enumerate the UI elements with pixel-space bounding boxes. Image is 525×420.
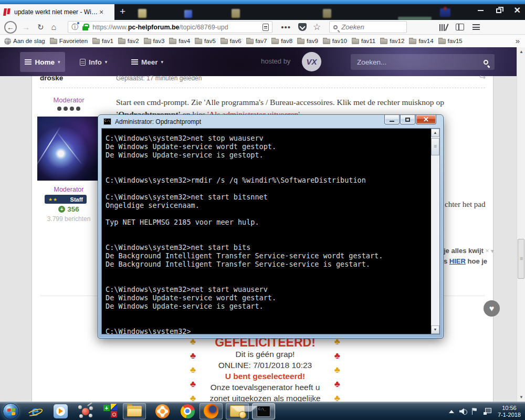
minimize-icon[interactable] bbox=[478, 10, 484, 11]
new-tab-button[interactable]: + bbox=[120, 6, 125, 17]
bookmark-fav14[interactable]: fav14 bbox=[409, 38, 433, 44]
bookmark-fav6[interactable]: fav6 bbox=[220, 38, 242, 44]
author-avatar[interactable] bbox=[37, 117, 99, 181]
scrollbar-thumb[interactable] bbox=[518, 239, 524, 279]
chevron-down-icon: ▾ bbox=[161, 59, 164, 65]
bookmark-favorieten[interactable]: Favorieten bbox=[50, 38, 88, 44]
library-icon[interactable] bbox=[439, 24, 447, 31]
search-box[interactable]: Zoeken bbox=[329, 21, 407, 33]
search-icon[interactable] bbox=[484, 60, 488, 65]
taskbar-ie-icon[interactable]: e bbox=[26, 403, 44, 419]
author-role: Moderator bbox=[40, 186, 98, 193]
folder-icon bbox=[144, 39, 151, 44]
scrollbar-thumb[interactable] bbox=[431, 138, 439, 155]
cmd-console[interactable]: C:\Windows\system32>net stop wuauserv De… bbox=[101, 128, 440, 334]
console-scrollbar[interactable]: ▲ ▼ bbox=[431, 129, 439, 334]
bookmark-label: fav1 bbox=[102, 38, 113, 44]
bookmark-label: fav3 bbox=[153, 38, 165, 44]
desktop-shortcut-icon bbox=[440, 8, 450, 17]
close-button[interactable]: ✕ bbox=[416, 114, 436, 124]
chevron-down-icon: ▾ bbox=[105, 59, 108, 65]
nav-info-button[interactable]: Info ▾ bbox=[80, 52, 107, 72]
close-icon[interactable]: ✕ bbox=[514, 6, 521, 15]
tray-expand-icon[interactable] bbox=[449, 410, 454, 413]
taskbar-molecule-app-icon[interactable] bbox=[77, 403, 94, 419]
taskbar-squares-app-icon[interactable]: + bbox=[102, 403, 120, 419]
folder-icon bbox=[127, 406, 142, 416]
taskbar-chrome-icon[interactable] bbox=[178, 403, 196, 419]
globe-icon bbox=[4, 38, 11, 45]
bookmark-fav15[interactable]: fav15 bbox=[438, 38, 463, 44]
minimize-button[interactable] bbox=[384, 114, 400, 124]
bookmark-fav11[interactable]: fav11 bbox=[352, 38, 375, 44]
maximize-button[interactable] bbox=[400, 114, 415, 124]
cmd-icon bbox=[257, 406, 270, 417]
sidebar-icon[interactable] bbox=[456, 24, 464, 30]
taskbar-cmd-button[interactable] bbox=[252, 403, 275, 419]
scroll-up-icon[interactable]: ▲ bbox=[517, 49, 525, 54]
pocket-icon[interactable] bbox=[298, 23, 307, 31]
folder-icon bbox=[169, 39, 176, 44]
reload-button[interactable]: ↻ bbox=[37, 23, 44, 31]
nav-meer-button[interactable]: Meer ▾ bbox=[131, 52, 163, 72]
bookmark-fav3[interactable]: fav3 bbox=[144, 38, 165, 44]
bookmark-fav1[interactable]: fav1 bbox=[92, 38, 113, 44]
clock-date: 7-1-2018 bbox=[498, 412, 521, 418]
home-button[interactable]: ⌂ bbox=[51, 23, 57, 32]
hamburger-menu-icon[interactable] bbox=[472, 24, 480, 30]
vx-logo[interactable]: VX bbox=[302, 52, 321, 71]
bookmark-fav5[interactable]: fav5 bbox=[195, 38, 216, 44]
cmd-icon bbox=[103, 118, 111, 125]
bookmark-label: fav10 bbox=[332, 38, 347, 44]
page-actions-icon[interactable]: ••• bbox=[281, 23, 291, 32]
forum-header: Home ▾ Info ▾ Meer ▾ hosted by VX Zoeken… bbox=[0, 47, 525, 76]
bookmark-fav9[interactable]: fav9 bbox=[297, 38, 318, 44]
taskbar-outlook-button[interactable] bbox=[226, 403, 249, 419]
url-bar[interactable]: ⓘ https://www.pc-helpforum.be/topic/6876… bbox=[68, 21, 272, 33]
start-button[interactable] bbox=[3, 403, 19, 419]
taskbar-clock[interactable]: 10:56 7-1-2018 bbox=[498, 405, 521, 418]
taskbar-mediaplayer-icon[interactable] bbox=[51, 403, 69, 419]
scroll-down-icon[interactable]: ▼ bbox=[517, 395, 525, 400]
back-button[interactable]: ← bbox=[4, 21, 17, 34]
folder-icon bbox=[92, 39, 100, 44]
post-author[interactable]: droske bbox=[40, 74, 63, 82]
volume-icon[interactable] bbox=[459, 408, 467, 415]
tab-close-icon[interactable]: × bbox=[99, 8, 103, 16]
forum-search-box[interactable]: Zoeken... bbox=[351, 54, 495, 70]
hier-link[interactable]: HIER bbox=[449, 257, 466, 265]
bookmark-fav10[interactable]: fav10 bbox=[323, 38, 347, 44]
action-center-flag-icon[interactable] bbox=[472, 408, 478, 415]
page-scrollbar[interactable]: ▲ ▼ bbox=[517, 47, 525, 402]
share-icon[interactable]: ↪ bbox=[479, 73, 486, 81]
bookmark-label: fav4 bbox=[178, 38, 190, 44]
desktop-folder-icon bbox=[138, 9, 146, 18]
taskbar-explorer-button[interactable] bbox=[123, 403, 146, 419]
nav-home-button[interactable]: Home ▾ bbox=[20, 52, 65, 72]
forward-button[interactable]: → bbox=[22, 23, 30, 31]
page-info-icon[interactable]: ⓘ bbox=[71, 23, 78, 32]
folder-icon bbox=[323, 39, 330, 44]
bookmark-fav12[interactable]: fav12 bbox=[380, 38, 404, 44]
cmd-window[interactable]: Administrator: Opdrachtprompt ✕ C:\Windo… bbox=[98, 114, 444, 339]
nav-info-label: Info bbox=[89, 58, 102, 66]
bookmarks-overflow-icon[interactable]: » bbox=[516, 35, 520, 47]
like-heart-button[interactable]: ♥ bbox=[484, 300, 500, 317]
bookmark-fav4[interactable]: fav4 bbox=[169, 38, 190, 44]
network-icon[interactable] bbox=[484, 408, 491, 415]
bookmark-star-icon[interactable]: ☆ bbox=[313, 22, 321, 33]
scroll-up-icon[interactable]: ▲ bbox=[431, 129, 439, 137]
dismiss-icons[interactable]: × ▾ bbox=[486, 247, 494, 255]
taskbar-firefox-button[interactable] bbox=[200, 403, 223, 419]
taskbar-gear-app-icon[interactable] bbox=[153, 403, 171, 419]
scroll-down-icon[interactable]: ▼ bbox=[431, 326, 439, 334]
bookmark-aan-de-slag[interactable]: Aan de slag bbox=[4, 38, 45, 45]
bookmark-fav2[interactable]: fav2 bbox=[118, 38, 139, 44]
reader-mode-icon[interactable] bbox=[262, 24, 269, 31]
restore-icon[interactable] bbox=[496, 8, 501, 13]
folder-icon bbox=[409, 39, 416, 44]
cmd-title-bar[interactable]: Administrator: Opdrachtprompt ✕ bbox=[98, 115, 443, 128]
bookmark-fav8[interactable]: fav8 bbox=[271, 38, 292, 44]
browser-tab[interactable]: update werkt niet meer - Wind × bbox=[0, 4, 114, 20]
bookmark-fav7[interactable]: fav7 bbox=[246, 38, 267, 44]
